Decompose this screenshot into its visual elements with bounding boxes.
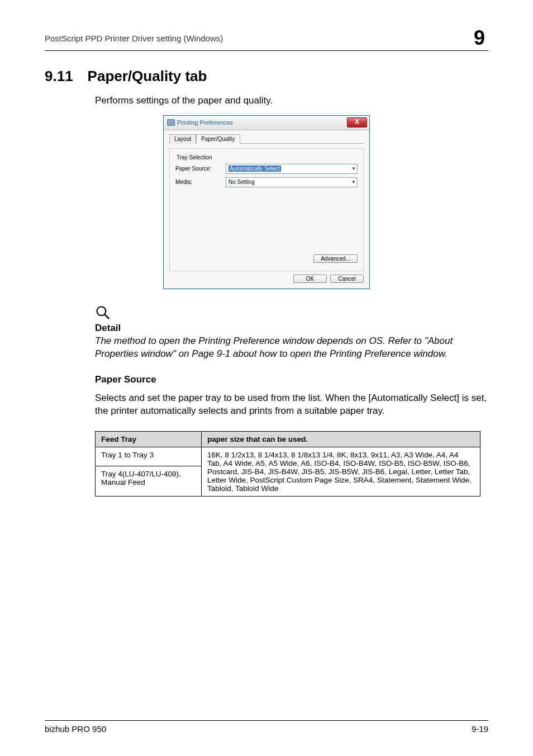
advanced-button[interactable]: Advanced...	[313, 254, 358, 263]
detail-block: Detail The method to open the Printing P…	[95, 305, 488, 361]
dialog-titlebar: Printing Preferences X	[164, 116, 369, 130]
ok-button[interactable]: OK	[293, 275, 327, 283]
printer-icon	[167, 119, 175, 126]
tray-selection-group: Tray Selection Paper Source: Automatical…	[169, 148, 364, 271]
detail-text: The method to open the Printing Preferen…	[95, 335, 488, 361]
chapter-number: 9	[474, 26, 485, 49]
tab-strip: Layout Paper/Quality	[169, 134, 364, 144]
close-button[interactable]: X	[347, 117, 367, 127]
cancel-button[interactable]: Cancel	[330, 275, 364, 283]
dialog-title: Printing Preferences	[177, 119, 233, 126]
doc-title: PostScript PPD Printer Driver setting (W…	[45, 34, 223, 43]
media-value: No Setting	[229, 179, 255, 185]
paper-source-combobox[interactable]: Automatically Select ▼	[226, 164, 358, 174]
page-number: 9-19	[472, 724, 488, 734]
table-head-feed: Feed Tray	[96, 431, 202, 447]
printing-preferences-dialog: Printing Preferences X Layout Paper/Qual…	[163, 115, 370, 289]
chevron-down-icon: ▼	[351, 179, 356, 185]
page-footer: bizhub PRO 950 9-19	[45, 720, 488, 734]
dialog-screenshot: Printing Preferences X Layout Paper/Qual…	[45, 115, 488, 289]
svg-line-1	[105, 314, 109, 318]
paper-source-label: Paper Source:	[175, 166, 220, 172]
chevron-down-icon: ▼	[351, 166, 356, 171]
detail-heading: Detail	[95, 323, 488, 334]
paper-size-cell: 16K, 8 1/2x13, 8 1/4x13, 8 1/8x13 1/4, 8…	[202, 447, 480, 496]
tab-layout[interactable]: Layout	[169, 134, 196, 144]
paper-source-value: Automatically Select	[229, 166, 281, 172]
group-legend: Tray Selection	[175, 154, 358, 160]
section-intro: Performs settings of the paper and quali…	[95, 94, 488, 107]
product-name: bizhub PRO 950	[45, 724, 106, 734]
magnifier-icon	[95, 305, 111, 320]
section-title: Paper/Quality tab	[88, 68, 207, 85]
media-combobox[interactable]: No Setting ▼	[226, 177, 358, 187]
chapter-badge: 9	[470, 28, 488, 48]
paper-source-heading: Paper Source	[95, 374, 488, 385]
section-header: 9.11 Paper/Quality tab	[45, 68, 488, 85]
table-row: Tray 1 to Tray 3 16K, 8 1/2x13, 8 1/4x13…	[96, 447, 480, 466]
feed-tray-cell: Tray 1 to Tray 3	[96, 447, 202, 466]
feed-tray-table: Feed Tray paper size that can be used. T…	[95, 431, 480, 497]
feed-tray-cell: Tray 4(LU-407/LU-408), Manual Feed	[96, 466, 202, 496]
paper-source-body: Selects and set the paper tray to be use…	[95, 392, 488, 418]
media-label: Media:	[175, 179, 220, 185]
table-head-size: paper size that can be used.	[202, 431, 480, 447]
tab-paper-quality[interactable]: Paper/Quality	[196, 134, 240, 144]
page-header: PostScript PPD Printer Driver setting (W…	[45, 28, 488, 51]
section-number: 9.11	[45, 68, 73, 85]
